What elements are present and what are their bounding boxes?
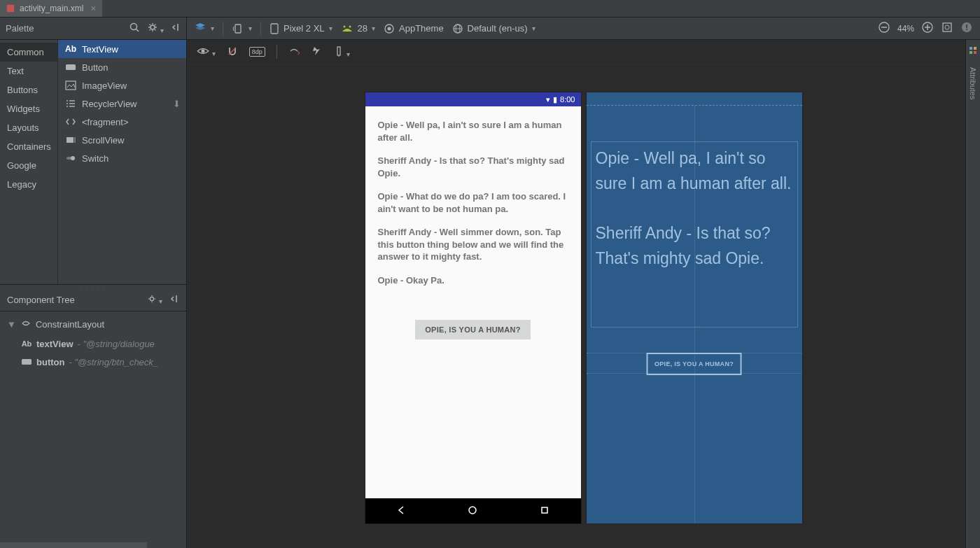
api-level: 28 [358, 23, 368, 34]
component-textview[interactable]: Ab TextView [58, 40, 186, 58]
download-icon[interactable]: ⬇ [173, 99, 181, 109]
dialogue-line: Sheriff Andy - Is that so? That's mighty… [378, 155, 568, 179]
category-widgets[interactable]: Widgets [0, 99, 57, 118]
component-imageview[interactable]: ImageView [58, 76, 186, 94]
design-surface-mode[interactable]: ▾ [194, 22, 214, 35]
blueprint-preview[interactable]: Opie - Well pa, I ain't so sure I am a h… [587, 92, 802, 524]
imageview-icon [65, 80, 76, 91]
svg-point-41 [469, 507, 476, 514]
dialogue-line: Sheriff Andy - Well simmer down, son. Ta… [378, 226, 568, 263]
nav-recent-icon [540, 505, 550, 517]
component-tree-header: Component Tree ▾ [0, 289, 186, 311]
gear-icon[interactable]: ▾ [147, 294, 162, 306]
svg-rect-18 [943, 23, 951, 31]
zoom-level: 44% [897, 24, 914, 34]
svg-point-7 [349, 25, 351, 27]
zoom-out-icon[interactable] [878, 21, 890, 36]
locale-selector[interactable]: Default (en-us) ▾ [452, 23, 536, 34]
svg-rect-22 [66, 64, 76, 70]
svg-line-2 [136, 29, 139, 32]
device-selector[interactable]: Pixel 2 XL ▾ [270, 22, 332, 35]
zoom-in-icon[interactable] [921, 21, 934, 36]
recyclerview-icon [65, 98, 76, 109]
tree-textview[interactable]: Ab textView - "@string/dialogue [0, 335, 186, 353]
component-tree: ▼ ConstraintLayout Ab textView - "@strin… [0, 311, 186, 548]
hide-panel-icon[interactable] [169, 294, 179, 306]
svg-rect-30 [66, 137, 74, 143]
collapse-icon[interactable]: ▼ [7, 319, 16, 330]
xml-file-icon [6, 3, 15, 13]
infer-constraints-icon[interactable] [311, 45, 322, 59]
clear-constraints-icon[interactable]: ✕ [288, 45, 300, 59]
category-text[interactable]: Text [0, 62, 57, 80]
svg-point-9 [388, 27, 391, 30]
dialogue-line: Opie - Well pa, I ain't so sure I am a h… [378, 119, 568, 143]
search-icon[interactable] [129, 22, 140, 35]
file-tab-bar: activity_main.xml × [0, 0, 980, 17]
attributes-icon [968, 45, 978, 57]
preview-content: Opie - Well pa, I ain't so sure I am a h… [365, 106, 581, 498]
guidelines-icon[interactable]: ▾ [333, 45, 351, 59]
component-fragment[interactable]: <fragment> [58, 113, 186, 131]
theme-selector[interactable]: AppTheme [384, 23, 444, 34]
blueprint-button[interactable]: OPIE, IS YOU A HUMAN? [646, 353, 742, 375]
category-layouts[interactable]: Layouts [0, 118, 57, 137]
blueprint-textview[interactable]: Opie - Well pa, I ain't so sure I am a h… [591, 141, 798, 328]
svg-rect-42 [542, 507, 547, 513]
design-surface-toolbar: ▾ 8dp ✕ ▾ [187, 40, 980, 64]
svg-rect-31 [74, 137, 76, 143]
component-button[interactable]: Button [58, 58, 186, 76]
canvas[interactable]: ▾ ▮ 8:00 Opie - Well pa, I ain't so sure… [187, 64, 980, 548]
category-legacy[interactable]: Legacy [0, 175, 57, 194]
textview-icon: Ab [65, 43, 76, 55]
design-config-toolbar: ▾ ▾ Pixel 2 XL ▾ 28 ▾ AppTheme Default (… [187, 17, 980, 39]
tree-button[interactable]: button - "@string/btn_check_ [0, 353, 186, 371]
svg-rect-45 [969, 51, 972, 54]
svg-point-36 [202, 49, 205, 52]
zoom-fit-icon[interactable] [941, 21, 953, 36]
theme-name: AppTheme [399, 23, 444, 34]
nav-home-icon [468, 505, 477, 517]
default-margins-icon[interactable]: 8dp [249, 47, 265, 57]
svg-point-19 [945, 25, 949, 29]
svg-point-34 [150, 297, 154, 300]
tree-root[interactable]: ▼ ConstraintLayout [0, 314, 186, 335]
attributes-panel-collapsed[interactable]: Attributes [965, 40, 980, 548]
component-scrollview[interactable]: ScrollView [58, 131, 186, 149]
component-switch[interactable]: Switch [58, 149, 186, 167]
svg-rect-0 [7, 5, 15, 13]
file-tab[interactable]: activity_main.xml × [0, 0, 102, 17]
svg-rect-39 [337, 47, 340, 55]
svg-point-33 [71, 156, 75, 160]
hide-panel-icon[interactable] [171, 22, 181, 34]
preview-button[interactable]: OPIE, IS YOU A HUMAN? [415, 320, 531, 339]
design-surface: ▾ 8dp ✕ ▾ ▾ ▮ 8:00 Opie - Well pa, I ain… [187, 40, 980, 548]
category-common[interactable]: Common [0, 43, 57, 62]
orientation-toggle[interactable]: ▾ [232, 22, 252, 35]
svg-text:!: ! [965, 23, 968, 31]
dialogue-line: Opie - What do we do pa? I am too scared… [378, 190, 568, 215]
dialogue-line: Opie - Okay Pa. [378, 274, 568, 287]
component-recyclerview[interactable]: RecyclerView ⬇ [58, 94, 186, 113]
button-icon [65, 62, 76, 73]
warning-icon[interactable]: ! [960, 21, 973, 36]
textview-icon: Ab [21, 338, 32, 349]
magnet-icon[interactable] [227, 45, 238, 59]
category-list: Common Text Buttons Widgets Layouts Cont… [0, 40, 58, 284]
svg-rect-44 [974, 47, 976, 50]
category-containers[interactable]: Containers [0, 137, 57, 156]
category-buttons[interactable]: Buttons [0, 80, 57, 99]
svg-rect-35 [22, 359, 31, 365]
scrollview-icon [65, 134, 76, 146]
close-icon[interactable]: × [90, 3, 96, 14]
nav-back-icon [396, 505, 406, 517]
api-selector[interactable]: 28 ▾ [341, 23, 375, 34]
gear-icon[interactable]: ▾ [147, 22, 164, 35]
svg-text:✕: ✕ [297, 50, 300, 57]
device-preview[interactable]: ▾ ▮ 8:00 Opie - Well pa, I ain't so sure… [365, 92, 581, 524]
svg-point-3 [150, 25, 155, 29]
device-name: Pixel 2 XL [284, 23, 325, 34]
eye-icon[interactable]: ▾ [197, 46, 216, 58]
category-google[interactable]: Google [0, 156, 57, 175]
svg-point-6 [343, 25, 345, 27]
